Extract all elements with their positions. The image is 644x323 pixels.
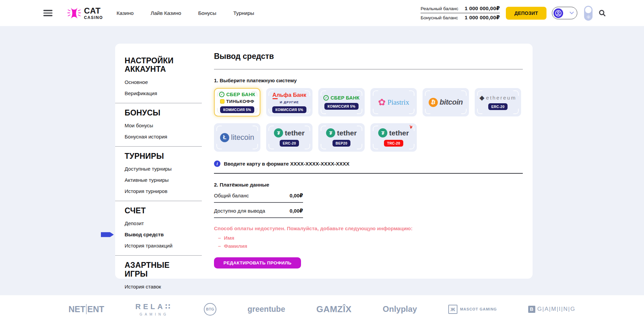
provider-mascot-gaming-logo: Ж MASCOT GAMING: [448, 305, 497, 314]
step1-label: 1. Выберите платежную систему: [214, 78, 523, 83]
sidebar-item-tournament-history[interactable]: История турниров: [115, 188, 202, 194]
sidebar-section-gambling: АЗАРТНЫЕ ИГРЫ: [115, 261, 189, 278]
sidebar-item-verification[interactable]: Верификация: [115, 90, 202, 96]
payment-method-piastrix[interactable]: ✿ Piastrix: [370, 88, 417, 116]
bonus-balance-value: 1 000 000,00₽: [465, 15, 500, 21]
provider-relax-gaming-logo: RELA∷ GAMING: [135, 302, 173, 316]
profile-menu[interactable]: [552, 7, 577, 19]
logo[interactable]: CAT CASINO: [67, 6, 103, 21]
main-nav: Казино Лайв Казино Бонусы Турниры: [116, 10, 254, 16]
tether-icon: ₮: [274, 128, 283, 137]
chevron-down-icon: [570, 10, 574, 14]
provider-btg-logo: BTG: [204, 303, 216, 316]
piastrix-flower-icon: ✿: [378, 98, 386, 107]
payment-balances: Общий баланс 0,00₽ Доступно для вывода 0…: [214, 188, 303, 218]
sidebar-divider: [115, 201, 202, 201]
tether-icon: ₮: [378, 128, 387, 137]
bgaming-b-icon: B: [528, 306, 535, 313]
sidebar-item-available-tournaments[interactable]: Доступные турниры: [115, 166, 202, 172]
sidebar-section-tournaments: ТУРНИРЫ: [115, 152, 189, 160]
provider-netent-logo: NETENT: [68, 304, 104, 314]
bitcoin-icon: ₿: [429, 98, 438, 107]
payment-method-alfabank[interactable]: Альфа Банк И ДРУГИЕ КОМИССИЯ 5%: [266, 88, 313, 116]
bonus-balance-row: Бонусный баланс 1 000 000,00₽: [421, 14, 500, 21]
nav-casino[interactable]: Казино: [116, 10, 133, 16]
ethereum-icon: ◆: [479, 94, 485, 101]
provider-gamzix-logo: GAMZÎX: [316, 304, 351, 315]
payment-method-tether-trc20[interactable]: ₮ tether TRC-20: [370, 123, 417, 152]
payment-method-sberbank-tinkoff[interactable]: ✓ СБЕР БАНК ТИНЬКОФФ КОМИССИЯ 5%: [214, 88, 260, 116]
nav-bonuses[interactable]: Бонусы: [198, 10, 216, 16]
real-balance-label: Реальный баланс: [421, 6, 458, 11]
logo-title: CAT: [84, 7, 103, 15]
account-panel: НАСТРОЙКИ АККАУНТА Основное Верификация …: [115, 44, 533, 279]
sidebar-item-bet-history[interactable]: История ставок: [115, 284, 202, 289]
theme-toggle[interactable]: [584, 6, 593, 21]
sberbank-check-icon: ✓: [219, 92, 224, 97]
payment-method-bitcoin[interactable]: ₿ bitcoin: [423, 88, 469, 116]
litecoin-icon: Ł: [220, 133, 229, 142]
alfabank-underline: [273, 98, 278, 99]
network-badge: TRC-20: [384, 140, 403, 147]
payment-unavailable-warning: Способ оплаты недоступен. Пожалуйста, до…: [214, 225, 523, 231]
total-balance-value: 0,00₽: [289, 193, 303, 199]
active-item-marker-icon: [101, 232, 114, 237]
page-title: Вывод средств: [214, 52, 523, 61]
network-badge: ERC-20: [488, 103, 508, 110]
search-button[interactable]: [598, 9, 606, 17]
nav-live-casino[interactable]: Лайв Казино: [151, 10, 181, 16]
deposit-button[interactable]: ДЕПОЗИТ: [506, 7, 546, 20]
search-icon: [598, 9, 606, 17]
sidebar-section-account: СЧЕТ: [115, 207, 189, 215]
available-balance-row: Доступно для вывода 0,00₽: [214, 203, 303, 218]
logo-subtitle: CASINO: [84, 16, 103, 20]
network-badge: BEP20: [332, 140, 350, 147]
provider-onlyplay-logo: Onlyplay: [383, 304, 417, 314]
mascot-ornament-icon: Ж: [448, 305, 457, 314]
total-balance-label: Общий баланс: [214, 193, 249, 198]
step2-label: 2. Платёжные данные: [214, 182, 523, 188]
provider-bgaming-logo: B G|A|M|I|N|G: [528, 306, 576, 313]
commission-badge: КОМИССИЯ 5%: [324, 103, 359, 110]
payment-method-ethereum[interactable]: ◆ ethereum ERC-20: [475, 88, 521, 116]
edit-profile-button[interactable]: РЕДАКТИРОВАТЬ ПРОФИЛЬ: [214, 257, 301, 268]
missing-fields-list: Имя Фамилия: [214, 235, 523, 249]
withdrawal-content: Вывод средств 1. Выберите платежную сист…: [202, 44, 535, 279]
header: CAT CASINO Казино Лайв Казино Бонусы Тур…: [0, 0, 644, 26]
missing-field-first-name: Имя: [214, 235, 523, 241]
sidebar-section-bonuses: БОНУСЫ: [115, 109, 189, 117]
sidebar-item-my-bonuses[interactable]: Мои бонусы: [115, 123, 202, 128]
sidebar-item-active-tournaments[interactable]: Активные турниры: [115, 177, 202, 183]
toggle-knob: [585, 7, 592, 13]
sidebar-item-bonus-history[interactable]: Бонусная история: [115, 134, 202, 139]
nav-tournaments[interactable]: Турниры: [233, 10, 254, 16]
sidebar-divider: [115, 255, 202, 256]
sun-icon: [586, 15, 591, 19]
sidebar-item-transaction-history[interactable]: История транзакций: [115, 243, 202, 249]
sidebar-item-withdrawal[interactable]: Вывод средств: [115, 232, 202, 237]
commission-badge: КОМИССИЯ 5%: [272, 106, 306, 113]
sidebar-item-deposit[interactable]: Депозит: [115, 220, 202, 226]
hamburger-menu-icon[interactable]: [43, 10, 52, 16]
section-divider: [214, 173, 523, 174]
info-icon: i: [214, 160, 220, 167]
title-divider: [214, 69, 523, 69]
sidebar-divider: [115, 103, 202, 103]
sidebar-divider: [115, 146, 202, 147]
available-balance-label: Доступно для вывода: [214, 208, 265, 214]
payment-method-sberbank[interactable]: ✓ СБЕР БАНК КОМИССИЯ 5%: [318, 88, 365, 116]
real-balance-value: 1 000 000,00₽: [465, 5, 500, 12]
real-balance-row: Реальный баланс 1 000 000,00₽: [421, 5, 500, 12]
sidebar-item-general[interactable]: Основное: [115, 79, 202, 85]
payment-method-tether-erc20[interactable]: ₮ tether ERC-20: [266, 123, 313, 152]
network-badge: ERC-20: [280, 140, 299, 147]
account-sidebar: НАСТРОЙКИ АККАУНТА Основное Верификация …: [115, 44, 202, 279]
providers-footer: NETENT RELA∷ GAMING BTG greentube GAMZÎX…: [0, 295, 644, 323]
available-balance-value: 0,00₽: [289, 208, 303, 214]
payment-method-litecoin[interactable]: Ł litecoin: [214, 123, 260, 152]
avatar: [553, 8, 563, 18]
payment-method-tether-bep20[interactable]: ₮ tether BEP20: [318, 123, 365, 152]
total-balance-row: Общий баланс 0,00₽: [214, 188, 303, 203]
provider-greentube-logo: greentube: [248, 305, 285, 314]
tron-icon: [409, 125, 413, 129]
